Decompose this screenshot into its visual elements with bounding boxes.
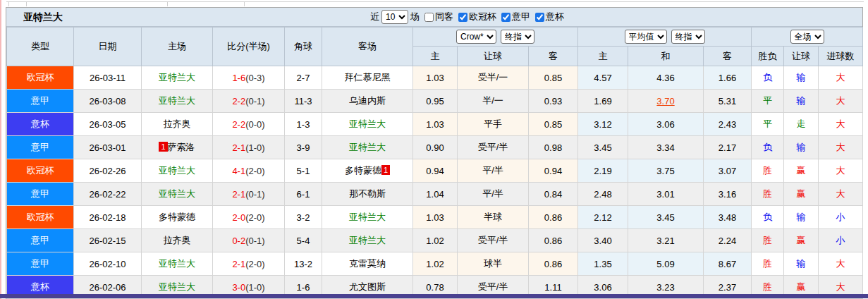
bookmaker-select[interactable]: Crow* — [456, 30, 496, 44]
average-select[interactable]: 平均值 — [625, 30, 667, 44]
odds-handicap: 球半 — [458, 252, 529, 276]
corner-score: 2-7 — [285, 66, 322, 90]
full-time-score: 3-0 — [232, 282, 245, 293]
home-team: 亚特兰大 — [142, 183, 213, 206]
result-handicap: 输 — [784, 136, 819, 159]
avg-odds: 3.06 — [628, 113, 704, 136]
filter-controls: 近 10 场 同客 欧冠杯 意甲 意杯 — [370, 8, 564, 26]
result-handicap: 输 — [784, 66, 819, 90]
red-card-badge: 1 — [381, 165, 390, 175]
league-badge: 欧冠杯 — [7, 206, 74, 229]
match-history-table: 类型 日期 主场 比分(半场) 角球 客场 Crow*终指 平均值终指 全场 主… — [6, 27, 863, 299]
result-handicap: 赢 — [784, 183, 819, 206]
near-label: 近 — [370, 11, 379, 23]
corner-score: 3-9 — [285, 136, 322, 159]
odds-away: 0.98 — [529, 136, 578, 159]
result-goals: 大 — [819, 90, 863, 113]
average-time-select[interactable]: 终指 — [671, 30, 705, 44]
half-time-score: (0-0) — [245, 119, 264, 130]
avg-odds: 3.75 — [628, 159, 704, 183]
corner-score: 11-3 — [285, 90, 322, 113]
half-time-score: (2-0) — [245, 259, 264, 269]
match-row: 意杯26-03-05拉齐奥2-2(0-0)1-3亚特兰大1.03平手0.853.… — [7, 113, 863, 136]
result-goals: 小 — [819, 206, 863, 229]
result-outcome: 平 — [752, 113, 784, 136]
match-row: 意甲26-02-22亚特兰大2-1(0-1)6-1那不勒斯1.04平/半0.84… — [7, 183, 863, 206]
avg-odds: 2.17 — [704, 136, 752, 159]
score-cell: 2-1(0-1) — [213, 183, 285, 206]
avg-odds: 3.45 — [628, 206, 704, 229]
avg-odds: 5.09 — [628, 252, 704, 276]
odds-home: 1.02 — [413, 252, 458, 276]
avg-odds: 3.07 — [704, 159, 752, 183]
match-count-select[interactable]: 10 — [381, 10, 408, 24]
score-cell: 2-1(1-0) — [213, 136, 285, 159]
champions-league-label: 欧冠杯 — [469, 11, 496, 23]
bookmaker-odds-group: Crow*终指 — [413, 28, 578, 47]
full-time-score: 2-1 — [232, 189, 245, 200]
result-outcome: 负 — [752, 66, 784, 90]
league-badge: 意甲 — [7, 252, 74, 276]
score-cell: 1-6(0-3) — [213, 66, 285, 90]
match-row: 意甲26-02-10亚特兰大2-1(2-0)13-2克雷莫纳1.02球半0.86… — [7, 252, 863, 276]
col-header-home: 主场 — [142, 28, 213, 66]
match-date: 26-02-10 — [74, 252, 142, 276]
sub-header-odds-away: 客 — [529, 47, 578, 66]
corner-score: 1-3 — [285, 113, 322, 136]
match-row: 意甲26-02-15拉齐奥0-2(0-1)5-4亚特兰大1.02受平/半0.86… — [7, 229, 863, 252]
home-team: 亚特兰大 — [142, 66, 213, 90]
full-time-score: 2-1 — [232, 142, 245, 153]
half-time-score: (1-0) — [245, 142, 264, 153]
serie-a-checkbox[interactable] — [501, 13, 511, 22]
previous-table-bottom-border — [6, 1, 864, 2]
match-date: 26-03-05 — [74, 113, 142, 136]
col-header-type: 类型 — [7, 28, 74, 66]
result-outcome: 平 — [752, 90, 784, 113]
half-time-score: (2-0) — [245, 166, 264, 176]
away-team: 亚特兰大 — [322, 206, 413, 229]
odds-home: 0.95 — [413, 90, 458, 113]
team-stats-table: 亚特兰大 近 10 场 同客 欧冠杯 意甲 意杯 — [6, 7, 863, 299]
odds-away: 0.84 — [529, 183, 578, 206]
sub-header-handicap-result: 让球 — [784, 47, 819, 66]
avg-odds: 3.40 — [578, 229, 628, 252]
border-tick — [8, 1, 9, 6]
avg-odds: 2.12 — [578, 206, 628, 229]
full-time-score: 2-2 — [232, 119, 245, 130]
result-handicap: 走 — [784, 113, 819, 136]
home-team: 1萨索洛 — [142, 136, 213, 159]
full-time-score: 4-1 — [232, 166, 245, 176]
same-away-checkbox[interactable] — [424, 13, 434, 22]
odds-home: 1.04 — [413, 183, 458, 206]
score-cell: 2-2(0-1) — [213, 90, 285, 113]
away-team: 亚特兰大 — [322, 113, 413, 136]
avg-odds: 3.45 — [578, 136, 628, 159]
col-header-corner: 角球 — [285, 28, 322, 66]
avg-odds: 1.66 — [704, 66, 752, 90]
border-tick — [26, 1, 27, 6]
avg-odds: 3.12 — [578, 113, 628, 136]
odds-handicap: 受半/一 — [458, 66, 529, 90]
odds-away: 0.93 — [529, 90, 578, 113]
away-team: 克雷莫纳 — [322, 252, 413, 276]
scope-select[interactable]: 全场 — [790, 30, 824, 44]
result-handicap: 输 — [784, 90, 819, 113]
corner-score: 5-4 — [285, 229, 322, 252]
odds-away: 0.85 — [529, 113, 578, 136]
avg-odds: 2.48 — [578, 183, 628, 206]
coppa-italia-checkbox[interactable] — [535, 13, 544, 22]
bookmaker-time-select[interactable]: 终指 — [501, 30, 534, 44]
half-time-score: (0-1) — [245, 96, 264, 106]
champions-league-checkbox[interactable] — [458, 13, 467, 22]
corner-score: 6-1 — [285, 183, 322, 206]
odds-away: 0.86 — [529, 229, 578, 252]
match-date: 26-03-11 — [74, 66, 142, 90]
match-date: 26-03-08 — [74, 90, 142, 113]
result-handicap: 输 — [784, 206, 819, 229]
odds-home: 0.90 — [413, 136, 458, 159]
sub-header-avg-draw: 和 — [628, 47, 704, 66]
avg-odds: 2.24 — [704, 229, 752, 252]
half-time-score: (1-0) — [245, 282, 264, 293]
result-outcome: 胜 — [752, 252, 784, 276]
avg-odds: 3.70 — [628, 90, 704, 113]
